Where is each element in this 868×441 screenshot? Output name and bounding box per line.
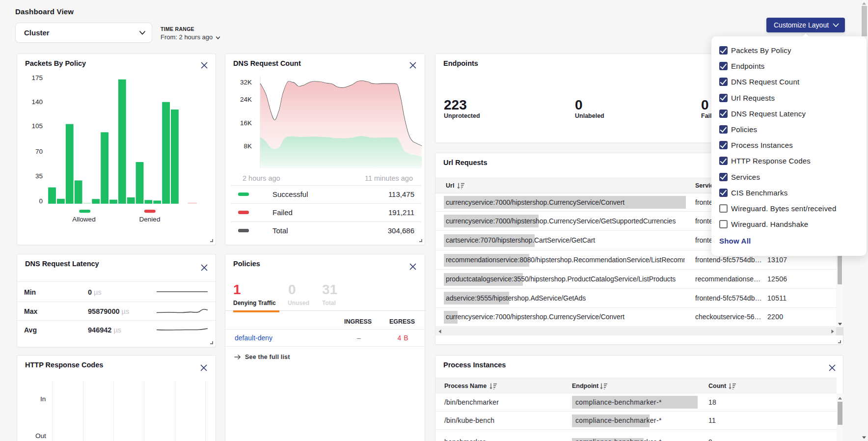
svg-text:Allowed: Allowed xyxy=(72,216,95,223)
svg-text:175: 175 xyxy=(31,74,43,82)
svg-text:16K: 16K xyxy=(240,119,252,127)
svg-text:140: 140 xyxy=(31,98,43,106)
svg-text:32K: 32K xyxy=(240,79,252,86)
svg-text:24K: 24K xyxy=(240,96,252,103)
svg-text:0: 0 xyxy=(39,197,43,205)
svg-text:70: 70 xyxy=(35,148,43,155)
svg-text:8K: 8K xyxy=(244,142,252,150)
svg-text:35: 35 xyxy=(35,172,43,180)
svg-text:105: 105 xyxy=(31,122,43,130)
svg-text:Denied: Denied xyxy=(139,216,161,223)
